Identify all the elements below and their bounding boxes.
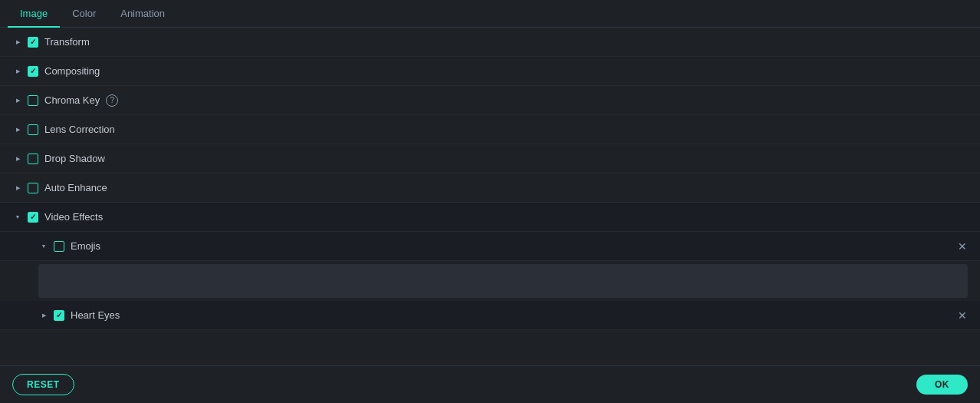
chevron-emojis-icon — [38, 241, 49, 252]
sub-section-heart-eyes[interactable]: Heart Eyes ✕ — [0, 301, 980, 330]
section-compositing-label: Compositing — [44, 65, 100, 77]
checkbox-chroma-key[interactable] — [28, 95, 38, 106]
sub-section-heart-eyes-label: Heart Eyes — [71, 309, 120, 321]
close-heart-eyes-icon[interactable]: ✕ — [955, 309, 969, 322]
emojis-content-area — [38, 264, 968, 298]
chevron-video-effects-icon — [12, 212, 23, 223]
chevron-lens-correction-icon — [12, 124, 23, 135]
section-transform[interactable]: Transform — [0, 28, 980, 57]
chevron-auto-enhance-icon — [12, 183, 23, 193]
section-chroma-key-label: Chroma Key — [44, 94, 100, 106]
tab-color[interactable]: Color — [60, 0, 108, 27]
checkbox-lens-correction[interactable] — [28, 124, 38, 135]
section-lens-correction-label: Lens Correction — [44, 124, 115, 135]
section-chroma-key[interactable]: Chroma Key ? — [0, 86, 980, 115]
checkbox-transform[interactable] — [28, 37, 38, 48]
reset-button[interactable]: RESET — [12, 374, 74, 395]
section-lens-correction[interactable]: Lens Correction — [0, 115, 980, 144]
section-video-effects-label: Video Effects — [44, 211, 103, 223]
content-area: Transform Compositing Chroma Key ? Lens … — [0, 28, 980, 365]
tab-animation[interactable]: Animation — [108, 0, 177, 27]
tabs-bar: Image Color Animation — [0, 0, 980, 28]
section-auto-enhance-label: Auto Enhance — [44, 182, 107, 193]
chevron-heart-eyes-icon — [38, 310, 49, 321]
chevron-drop-shadow-icon — [12, 154, 23, 164]
checkbox-heart-eyes[interactable] — [54, 310, 64, 321]
footer: RESET OK — [0, 365, 980, 403]
close-emojis-icon[interactable]: ✕ — [955, 239, 969, 253]
checkbox-emojis[interactable] — [54, 241, 64, 252]
chevron-chroma-key-icon — [12, 95, 23, 106]
section-drop-shadow[interactable]: Drop Shadow — [0, 144, 980, 173]
checkbox-drop-shadow[interactable] — [28, 154, 38, 164]
sub-section-emojis-label: Emojis — [71, 240, 100, 252]
checkbox-video-effects[interactable] — [28, 212, 38, 223]
section-auto-enhance[interactable]: Auto Enhance — [0, 173, 980, 203]
help-chroma-key-icon[interactable]: ? — [106, 94, 118, 107]
checkbox-compositing[interactable] — [28, 66, 38, 77]
section-drop-shadow-label: Drop Shadow — [44, 153, 105, 164]
sub-section-emojis[interactable]: Emojis ✕ — [0, 232, 980, 261]
tab-image[interactable]: Image — [8, 0, 60, 27]
section-compositing[interactable]: Compositing — [0, 57, 980, 86]
chevron-transform-icon — [12, 37, 23, 48]
section-transform-label: Transform — [44, 36, 90, 48]
ok-button[interactable]: OK — [916, 375, 968, 395]
section-video-effects[interactable]: Video Effects — [0, 203, 980, 232]
checkbox-auto-enhance[interactable] — [28, 183, 38, 193]
chevron-compositing-icon — [12, 66, 23, 77]
